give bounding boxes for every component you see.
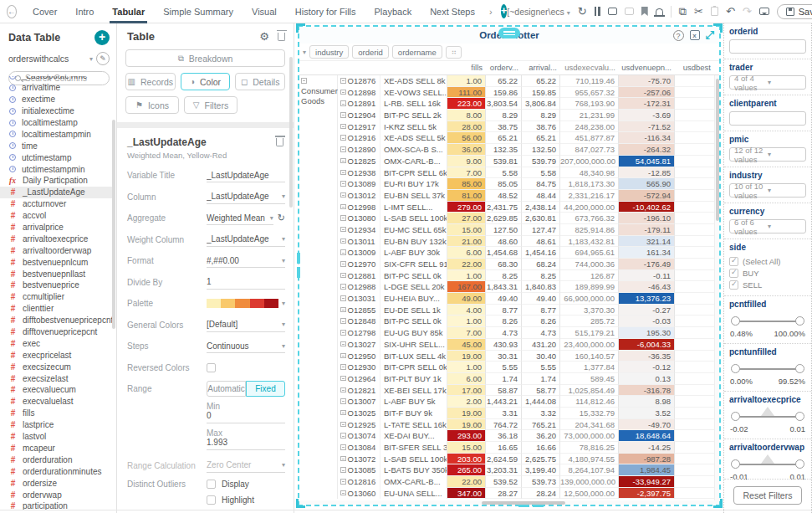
table-row[interactable]: O12825OMX-CARL-B...9.00539.81539.79207,0… <box>299 156 719 167</box>
sidebar-column-_LastUpdateAge[interactable]: #_LastUpdateAge <box>0 187 112 198</box>
group-label[interactable]: Consumer Goods <box>299 76 338 106</box>
sidebar-column-utctimestampmin[interactable]: utctimestampmin <box>0 163 112 175</box>
table-row[interactable]: O12904BIT-PC SELL 2k8.008.298.2921,231.9… <box>299 110 719 121</box>
sidebar-column-accturnover[interactable]: #accturnover <box>0 198 112 210</box>
general-colors-select[interactable]: [Default]▾ <box>207 318 285 332</box>
collapse-icon[interactable] <box>340 410 346 416</box>
sidebar-column-difftovenuepricepcnt[interactable]: #difftovenuepricepcnt <box>0 326 112 338</box>
save-button[interactable]: Save <box>777 4 812 19</box>
collapse-icon[interactable] <box>340 284 346 290</box>
collapse-icon[interactable] <box>340 364 346 370</box>
add-sheet-button[interactable]: + <box>501 4 508 18</box>
collapse-icon[interactable] <box>340 479 346 485</box>
snapshot-icon[interactable] <box>608 8 617 15</box>
undo-icon[interactable]: ↶ <box>726 5 735 18</box>
sidebar-scrollbar[interactable] <box>112 120 115 329</box>
data-table-selector[interactable]: orderswithcalcs <box>8 54 86 64</box>
collapse-icon[interactable] <box>340 90 346 95</box>
divide-by-input[interactable]: 1 <box>207 275 285 290</box>
tab-intro[interactable]: Intro <box>66 0 103 23</box>
table-row[interactable]: O12988L-DGE SELL 20k167.001,843.311,840.… <box>299 281 719 293</box>
column-header-usdexecvalue[interactable]: usdexecvalu... <box>560 61 619 74</box>
sidebar-column-lastprice[interactable]: #lastprice <box>0 419 112 431</box>
min-input[interactable]: 0 <box>207 411 285 423</box>
sidebar-column-exec[interactable]: #exec <box>0 337 112 349</box>
collapse-icon[interactable] <box>340 181 346 187</box>
checkbox-icon[interactable] <box>729 257 738 266</box>
table-row[interactable]: O12881BIT-PC SELL 0k1.008.258.25126.87-0… <box>299 270 719 282</box>
reset-filters-button[interactable]: Reset Filters <box>733 486 803 505</box>
collapse-icon[interactable] <box>340 158 346 164</box>
collapse-icon[interactable] <box>340 78 346 84</box>
pause-icon[interactable] <box>595 7 600 16</box>
collapse-all-icon[interactable]: ▾ <box>303 49 306 56</box>
sidebar-column-localtimestamp[interactable]: localtimestamp <box>0 117 112 129</box>
table-row[interactable]: O12890OMX-SCA-B S...36.00132.35132.50847… <box>299 144 719 156</box>
collapse-icon[interactable] <box>340 433 346 439</box>
breakdown-chip-orderid[interactable]: orderid <box>352 45 389 59</box>
back-icon[interactable]: ← <box>7 5 17 18</box>
tabs-overflow-chevron[interactable]: › <box>484 7 498 17</box>
records-button[interactable]: ▥Records <box>125 73 176 90</box>
sidebar-column-clienttier[interactable]: #clienttier <box>0 303 112 315</box>
tab-next-steps[interactable]: Next Steps <box>421 0 484 23</box>
sidebar-column-arrivaltoordervwap[interactable]: #arrivaltoordervwap <box>0 244 112 256</box>
table-row[interactable]: O12876XE-ADS SELL 8k1.0065.2265.22710,11… <box>299 75 719 87</box>
table-row[interactable]: O12938BIT-CPR SELL 6k7.005.585.5848,340.… <box>299 167 719 179</box>
sidebar-column-utctimestamp[interactable]: utctimestamp <box>0 151 112 163</box>
collapse-icon[interactable] <box>340 170 346 176</box>
horizontal-scrollbar[interactable] <box>299 500 719 505</box>
table-row[interactable]: O13011EU-BN BUY 132k21.0048.6048.611,183… <box>299 236 719 248</box>
table-row[interactable]: O12930BIT-CPR SELL 0k1.005.555.551,377.8… <box>299 362 719 373</box>
weight-column-select[interactable]: _LastUpdateAge▾ <box>207 233 285 247</box>
vertical-scrollbar[interactable] <box>714 75 719 500</box>
sidebar-column-time[interactable]: time <box>0 140 112 151</box>
table-row[interactable]: O12898XE-VOW3 SELL...111.00159.86159.859… <box>299 87 719 99</box>
table-visualization[interactable]: Order Blotter ? x ⤢ ▾ industry orderid o… <box>298 25 721 506</box>
add-breakdown-icon[interactable]: ⠶ <box>446 46 462 59</box>
sidebar-column-orderduration[interactable]: #orderduration <box>0 454 112 465</box>
column-header-usdvenuepnl[interactable]: usdvenuepn... <box>619 61 675 74</box>
sidebar-column-ordersize[interactable]: #ordersize <box>0 477 112 489</box>
gear-icon[interactable]: ⚙ <box>259 30 269 43</box>
table-row[interactable]: O13085L-BATS BUY 350k265.003,203.313,199… <box>299 464 719 476</box>
workbook-path-menu[interactable]: [~designer\ecs ▾ <box>507 7 570 17</box>
collapse-icon[interactable] <box>340 146 346 152</box>
tab-tabular[interactable]: Tabular <box>103 0 154 23</box>
collapse-icon[interactable] <box>340 376 346 382</box>
sidebar-column-Daily Particpation[interactable]: fxDaily Particpation <box>0 175 112 187</box>
refresh-aggregate-icon[interactable]: ↻ <box>278 213 285 223</box>
steps-select[interactable]: Continuous▾ <box>207 339 285 353</box>
table-row[interactable]: O13009L-ABF BUY 30k6.001,454.681,454.166… <box>299 247 719 259</box>
drag-handle[interactable] <box>498 28 520 38</box>
sidebar-column-initialexectime[interactable]: initialexectime <box>0 105 112 117</box>
palette-select[interactable]: ▾ <box>207 296 285 310</box>
breakdown-chip-ordername[interactable]: ordername <box>392 45 442 59</box>
table-row[interactable]: O12925L-TATE SELL 16k19.00764.72765.2120… <box>299 419 719 431</box>
collapse-icon[interactable] <box>340 100 346 106</box>
table-row[interactable]: O13074XE-DAI BUY...293.0036.1836.2073,00… <box>299 430 719 442</box>
sidebar-column-difftobestvenuepricepcnt[interactable]: #difftobestvenuepricepcnt <box>0 315 112 326</box>
table-row[interactable]: O13025BIT-F BUY 9k19.003.313.3215,332.79… <box>299 408 719 419</box>
table-row[interactable]: O12848BIT-PC SELL 0k1.008.268.26285.72-0… <box>299 315 719 327</box>
tab-simple-summary[interactable]: Simple Summary <box>154 0 243 23</box>
breakdown-chip-industry[interactable]: industry <box>309 45 349 59</box>
filters-button[interactable]: ▽Filters <box>184 96 237 114</box>
collapse-icon[interactable] <box>340 295 346 301</box>
arrivaltoordervwap-slider[interactable] <box>732 459 804 470</box>
table-row[interactable]: O13012EU-BN SELL 37k81.0048.5248.442,331… <box>299 190 719 202</box>
collapse-icon[interactable] <box>340 490 346 496</box>
sidebar-column-accvol[interactable]: #accvol <box>0 210 112 222</box>
collapse-icon[interactable] <box>340 341 346 347</box>
currency-filter-select[interactable]: 6 of 6 values▾ <box>729 219 806 233</box>
clientparent-filter-input[interactable] <box>729 111 806 126</box>
highlight-checkbox[interactable] <box>207 495 216 505</box>
sidebar-column-arrivalprice[interactable]: #arrivalprice <box>0 222 112 233</box>
side-option-selectall[interactable]: (Select All) <box>729 255 806 267</box>
table-row[interactable]: O12916XE-ADS SELL 5k56.0065.2165.21451,8… <box>299 132 719 144</box>
collapse-icon[interactable] <box>301 78 307 84</box>
collapse-icon[interactable] <box>340 261 346 267</box>
table-row[interactable]: O12855EU-DE SELL 1k4.008.778.773,370.30-… <box>299 305 719 316</box>
sidebar-column-execsizecum[interactable]: #execsizecum <box>0 361 112 372</box>
table-row[interactable]: O12950BIT-LUX SELL 4k19.0030.3130.40160,… <box>299 351 719 362</box>
